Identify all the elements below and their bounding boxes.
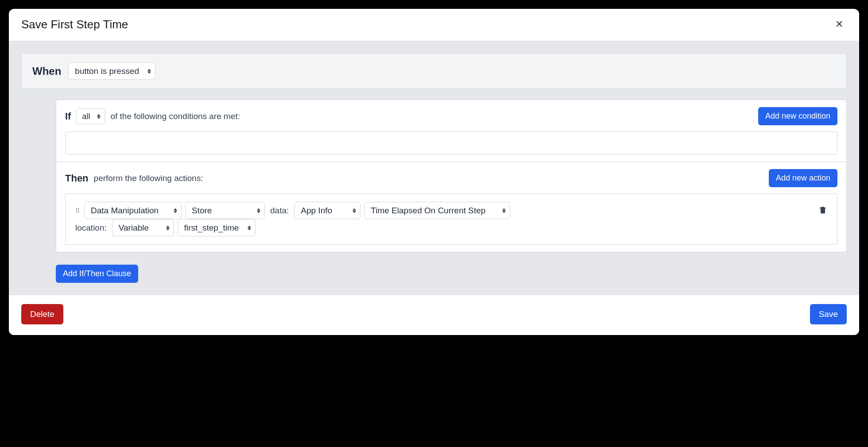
delete-action-button[interactable] [817,203,829,218]
data-field-wrapper: Time Elapsed On Current Step [364,202,510,219]
modal-body: When button is pressed If all [9,41,859,295]
then-section: Then perform the following actions: Add … [56,162,847,252]
if-quantifier-wrapper: all [76,108,105,124]
if-then-clause: If all of the following conditions are m… [56,100,847,283]
modal-title: Save First Step Time [21,18,128,31]
if-label: If [65,111,71,122]
drag-handle-icon[interactable]: ⠿ [74,207,81,214]
add-action-button[interactable]: Add new action [769,169,837,187]
action-category-select[interactable]: Data Manipulation [84,202,182,219]
modal-header: Save First Step Time ✕ [9,9,859,36]
if-suffix-text: of the following conditions are met: [110,112,240,121]
action-operation-select[interactable]: Store [185,202,265,219]
data-label: data: [268,206,291,216]
if-section: If all of the following conditions are m… [56,100,847,162]
close-icon: ✕ [835,19,843,30]
data-source-select[interactable]: App Info [294,202,360,219]
then-header: Then perform the following actions: Add … [65,169,837,187]
if-header: If all of the following conditions are m… [65,107,837,125]
action-row-1-left: ⠿ Data Manipulation Store [74,202,510,219]
location-value-select[interactable]: first_step_time [178,219,256,236]
modal-footer: Delete Save [9,295,859,335]
then-suffix-text: perform the following actions: [94,173,203,183]
close-button[interactable]: ✕ [832,17,847,32]
location-type-select[interactable]: Variable [112,219,174,236]
then-header-left: Then perform the following actions: [65,173,203,184]
add-condition-button[interactable]: Add new condition [758,107,837,125]
conditions-box [65,131,837,154]
data-field-select[interactable]: Time Elapsed On Current Step [364,202,510,219]
when-trigger-select-wrapper: button is pressed [68,62,155,80]
action-category-wrapper: Data Manipulation [84,202,182,219]
when-label: When [32,65,61,77]
if-header-left: If all of the following conditions are m… [65,108,240,124]
delete-button[interactable]: Delete [21,304,63,324]
location-value-wrapper: first_step_time [178,219,256,236]
add-if-then-clause-button[interactable]: Add If/Then Clause [56,265,138,283]
save-button[interactable]: Save [810,304,847,324]
location-label: location: [74,223,108,233]
trigger-editor-modal: Save First Step Time ✕ When button is pr… [9,9,859,335]
action-row-2: location: Variable first_step_time [74,219,829,236]
trash-icon [818,205,827,215]
add-clause-row: Add If/Then Clause [56,265,847,283]
when-trigger-select[interactable]: button is pressed [68,62,155,80]
then-label: Then [65,173,89,184]
location-type-wrapper: Variable [112,219,174,236]
if-quantifier-select[interactable]: all [76,108,105,124]
data-source-wrapper: App Info [294,202,360,219]
action-operation-wrapper: Store [185,202,265,219]
actions-box: ⠿ Data Manipulation Store [65,193,837,245]
action-row-1: ⠿ Data Manipulation Store [74,202,829,219]
when-section: When button is pressed [21,53,847,89]
